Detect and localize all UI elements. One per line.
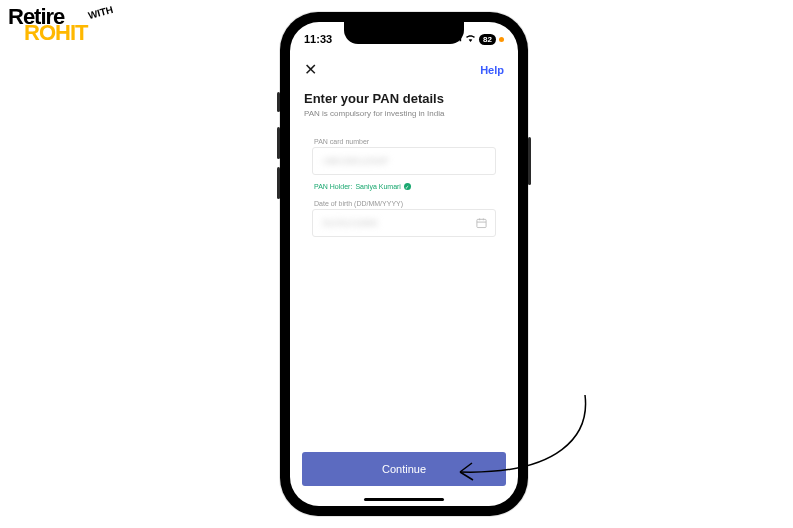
battery-indicator: 82 <box>479 34 496 45</box>
pan-value-masked: ABCDE1234F <box>323 156 390 166</box>
brand-logo: Retire ROHIT WITH <box>8 8 87 42</box>
status-time: 11:33 <box>304 33 332 45</box>
recording-indicator-icon <box>499 37 504 42</box>
side-button <box>277 167 280 199</box>
continue-button[interactable]: Continue <box>302 452 506 486</box>
home-indicator[interactable] <box>364 498 444 501</box>
dob-input[interactable]: 01/01/1990 <box>312 209 496 237</box>
page-header: ✕ Help <box>290 50 518 85</box>
verified-icon: ✓ <box>404 183 411 190</box>
wifi-icon <box>465 34 476 44</box>
page-subtitle: PAN is compulsory for investing in India <box>304 109 504 118</box>
pan-field-label: PAN card number <box>314 138 504 145</box>
side-button <box>277 92 280 112</box>
help-link[interactable]: Help <box>480 64 504 76</box>
dob-field-label: Date of birth (DD/MM/YYYY) <box>314 200 504 207</box>
pan-input[interactable]: ABCDE1234F <box>312 147 496 175</box>
dob-value-masked: 01/01/1990 <box>323 218 378 228</box>
side-button <box>528 137 531 185</box>
phone-screen: 11:33 82 ✕ Help Enter your PAN details P… <box>290 22 518 506</box>
pan-holder-verified: PAN Holder: Saniya Kumari ✓ <box>314 183 494 190</box>
close-icon[interactable]: ✕ <box>304 60 317 79</box>
svg-rect-0 <box>477 219 486 227</box>
notch <box>344 22 464 44</box>
logo-with-text: WITH <box>87 6 114 21</box>
calendar-icon[interactable] <box>476 218 487 229</box>
phone-frame: 11:33 82 ✕ Help Enter your PAN details P… <box>280 12 528 516</box>
side-button <box>277 127 280 159</box>
page-title: Enter your PAN details <box>304 91 504 106</box>
